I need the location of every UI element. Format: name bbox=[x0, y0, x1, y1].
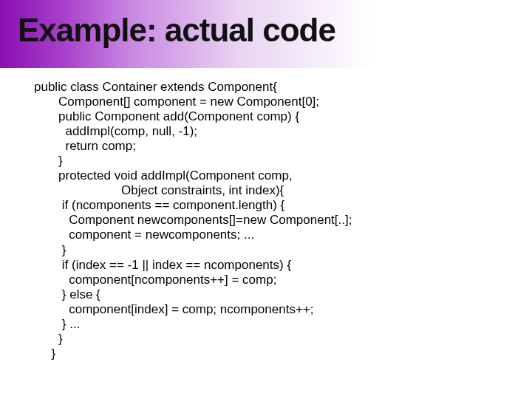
slide-title: Example: actual code bbox=[18, 12, 335, 49]
code-block: public class Container extends Component… bbox=[34, 80, 502, 361]
